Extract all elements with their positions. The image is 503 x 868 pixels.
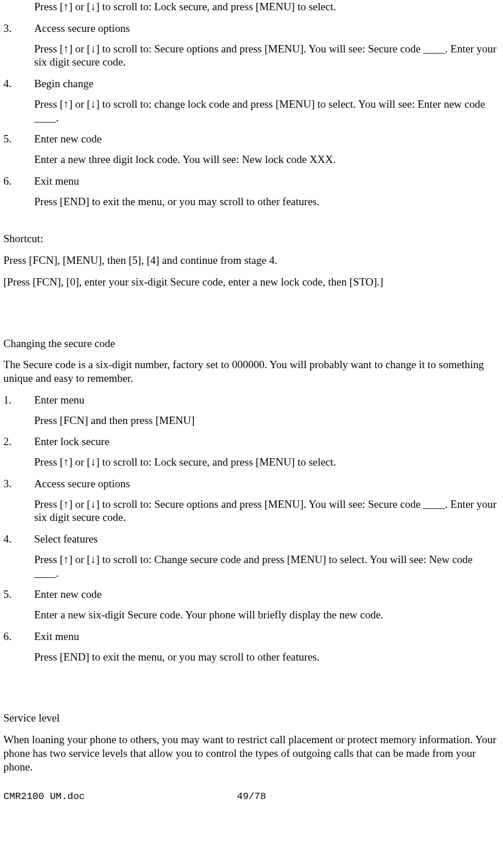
step-body: Enter a new three digit lock code. You w…: [34, 153, 500, 166]
footer-page-number: 49/78: [3, 790, 500, 802]
section-intro-secure: The Secure code is a six-digit number, f…: [3, 358, 500, 385]
step-body: Press [↑] or [↓] to scroll to: change lo…: [34, 97, 500, 125]
shortcut-line-2: [Press [FCN], [0], enter your six-digit …: [3, 275, 500, 289]
step-number: 5.: [3, 588, 34, 622]
secure-step-4: 4. Select features Press [↑] or [↓] to s…: [3, 532, 500, 580]
step-title: Enter menu: [34, 393, 500, 407]
step-title: Select features: [34, 532, 500, 546]
step-body: Press [FCN] and then press [MENU]: [34, 414, 500, 427]
step-title: Exit menu: [34, 630, 500, 643]
step-number: 2.: [3, 435, 34, 469]
step-number: 4.: [3, 532, 34, 580]
step-body: Enter a new six-digit Secure code. Your …: [34, 608, 500, 622]
step-number: 6.: [3, 630, 34, 664]
step-body: Press [↑] or [↓] to scroll to: Change se…: [34, 553, 500, 580]
step-title: Enter lock secure: [34, 435, 500, 449]
shortcut-label: Shortcut:: [3, 232, 500, 246]
section-heading-service: Service level: [3, 711, 500, 725]
shortcut-line-1: Press [FCN], [MENU], then [5], [4] and c…: [3, 254, 500, 267]
secure-step-3: 3. Access secure options Press [↑] or [↓…: [3, 477, 500, 524]
step-title: Enter new code: [34, 588, 500, 601]
step-body: Press [↑] or [↓] to scroll to: Lock secu…: [34, 455, 500, 469]
step-number: 3.: [3, 22, 34, 69]
step-number: 5.: [3, 132, 34, 166]
secure-step-1: 1. Enter menu Press [FCN] and then press…: [3, 393, 500, 427]
step-title: Access secure options: [34, 477, 500, 491]
step-fragment: Press [↑] or [↓] to scroll to: Lock secu…: [3, 0, 500, 14]
step-number: 4.: [3, 77, 34, 124]
step-number: 6.: [3, 174, 34, 209]
step-body: Press [↑] or [↓] to scroll to: Lock secu…: [34, 0, 500, 14]
section-heading-secure: Changing the secure code: [3, 337, 500, 351]
step-3: 3. Access secure options Press [↑] or [↓…: [3, 22, 500, 69]
step-title: Access secure options: [34, 22, 500, 35]
secure-step-2: 2. Enter lock secure Press [↑] or [↓] to…: [3, 435, 500, 469]
section-intro-service: When loaning your phone to others, you m…: [3, 733, 500, 773]
step-5: 5. Enter new code Enter a new three digi…: [3, 132, 500, 166]
step-body: Press [↑] or [↓] to scroll to: Secure op…: [34, 498, 500, 525]
step-body: Press [↑] or [↓] to scroll to: Secure op…: [34, 42, 500, 70]
step-title: Enter new code: [34, 132, 500, 146]
step-6: 6. Exit menu Press [END] to exit the men…: [3, 174, 500, 209]
secure-step-6: 6. Exit menu Press [END] to exit the men…: [3, 630, 500, 664]
step-4: 4. Begin change Press [↑] or [↓] to scro…: [3, 77, 500, 124]
step-title: Begin change: [34, 77, 500, 91]
step-body: Press [END] to exit the menu, or you may…: [34, 650, 500, 664]
step-title: Exit menu: [34, 174, 500, 188]
page-footer: 49/78 CMR2100 UM.doc: [3, 790, 500, 802]
step-number: 1.: [3, 393, 34, 427]
secure-step-5: 5. Enter new code Enter a new six-digit …: [3, 588, 500, 622]
step-body: Press [END] to exit the menu, or you may…: [34, 195, 500, 209]
step-number: 3.: [3, 477, 34, 524]
